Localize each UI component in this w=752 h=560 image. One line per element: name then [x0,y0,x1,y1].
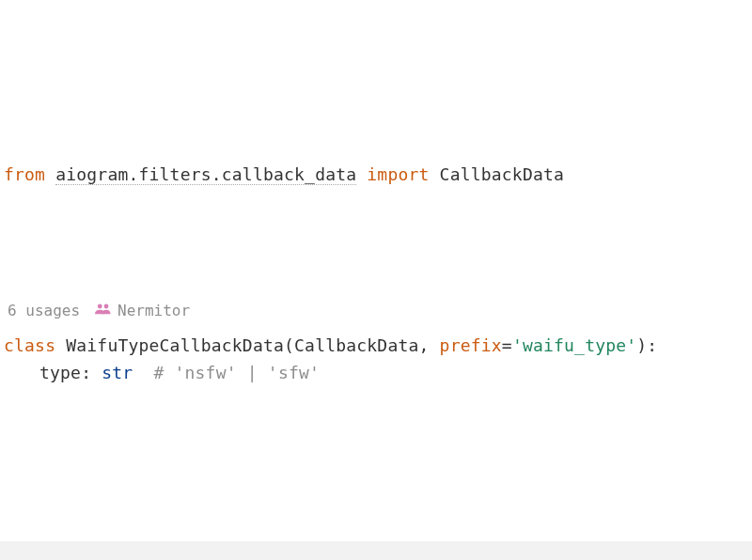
module-path: aiogram.filters.callback_data [55,164,356,185]
import-statement[interactable]: from aiogram.filters.callback_data impor… [4,162,752,189]
svg-point-1 [104,303,109,308]
prefix-param: prefix [440,335,502,355]
code-editor[interactable]: from aiogram.filters.callback_data impor… [0,0,752,386]
close-paren-colon: ): [636,335,657,355]
base-class: CallbackData [294,335,418,355]
open-paren: ( [284,335,294,355]
field-name: type [39,363,81,382]
author-hint[interactable]: Nermitor [95,302,190,319]
import-keyword: import [367,164,429,184]
colon: : [81,363,102,382]
from-keyword: from [4,164,45,184]
type-annotation: str [102,363,133,382]
status-bar [0,541,752,560]
class-definition[interactable]: class WaifuTypeCallbackData(CallbackData… [4,333,752,360]
prefix-value: 'waifu_type' [512,335,636,355]
space [430,164,440,184]
author-name: Nermitor [118,302,190,319]
comma: , [419,335,440,355]
equals: = [502,335,512,355]
people-icon [95,302,112,319]
svg-point-0 [98,303,102,308]
space [45,164,55,184]
class-keyword: class [4,335,55,355]
space [356,164,367,184]
inlay-hints: 6 usages Nermitor [4,302,752,319]
class-body-line[interactable]: type: str # 'nsfw' | 'sfw' [4,360,752,387]
spacer [133,363,153,382]
comment: # 'nsfw' | 'sfw' [153,363,320,382]
usages-hint[interactable]: 6 usages [8,302,80,319]
class-name: WaifuTypeCallbackData [66,335,284,355]
space [55,335,66,355]
imported-name: CallbackData [440,164,564,184]
